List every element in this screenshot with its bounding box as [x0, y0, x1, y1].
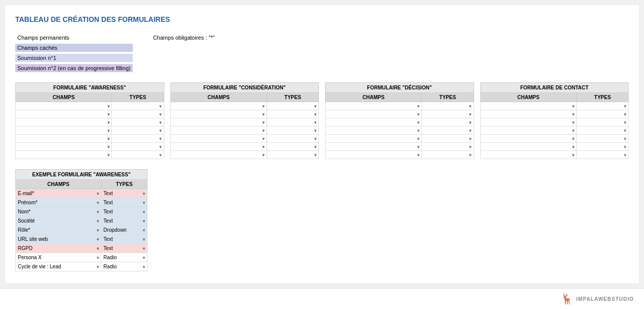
- awareness-table: FORMULAIRE "AWARENESS" CHAMPS TYPES ▼▼ ▼…: [15, 82, 164, 159]
- type-prenom: Text: [103, 200, 112, 205]
- decision-types-header: TYPES: [422, 93, 474, 102]
- table-row: ▼▼: [16, 127, 164, 135]
- type-email: Text: [103, 191, 112, 196]
- table-row: Nom* ▼ Text ▼: [16, 207, 148, 217]
- awareness-champs-header: CHAMPS: [16, 93, 112, 102]
- table-row: ▼▼: [326, 143, 474, 151]
- table-row: ▼▼: [326, 135, 474, 143]
- forms-grid: FORMULAIRE "AWARENESS" CHAMPS TYPES ▼▼ ▼…: [15, 82, 629, 159]
- table-row: ▼▼: [326, 110, 474, 118]
- table-row: ▼▼: [16, 135, 164, 143]
- table-row: ▼▼: [480, 135, 629, 143]
- table-row: ▼▼: [480, 118, 629, 127]
- table-row: ▼▼: [16, 110, 164, 118]
- champ-email: E-mail*: [18, 191, 34, 196]
- table-row: ▼▼: [480, 110, 629, 118]
- table-row: ▼▼: [16, 143, 164, 151]
- type-url: Text: [103, 236, 112, 242]
- form-decision: FORMULAIRE "DÉCISION" CHAMPS TYPES ▼▼ ▼▼…: [325, 82, 474, 159]
- example-types-header: TYPES: [101, 180, 148, 189]
- table-row: Prénom* ▼ Text ▼: [16, 198, 148, 207]
- champ-rgpd: RGPD: [18, 245, 33, 251]
- legend-hidden: Champs cachés: [15, 44, 133, 52]
- example-champs-header: CHAMPS: [16, 180, 101, 189]
- decision-table: FORMULAIRE "DÉCISION" CHAMPS TYPES ▼▼ ▼▼…: [325, 82, 474, 159]
- table-row: URL site web ▼ Text ▼: [16, 235, 148, 244]
- type-nom: Text: [103, 209, 112, 214]
- type-rgpd: Text: [103, 245, 112, 251]
- table-row: ▼▼: [170, 127, 319, 135]
- example-title: EXEMPLE FORMULAIRE "AWARENESS": [16, 170, 148, 180]
- table-row: ▼▼: [480, 151, 629, 159]
- deer-icon: 🦌: [561, 293, 573, 305]
- table-row: ▼▼: [170, 151, 319, 159]
- legend-right: Champs obligatoires : "*": [153, 34, 215, 72]
- awareness-types-header: TYPES: [112, 93, 164, 102]
- table-row: ▼▼: [170, 143, 319, 151]
- legend-submit1: Soumission n°1: [15, 54, 133, 62]
- champ-cycle: Cycle de vie : Lead: [18, 264, 61, 269]
- legend-section: Champs permanents Champs cachés Soumissi…: [15, 34, 629, 72]
- footer: 🦌 IMPALAWEBSTUDIO: [0, 288, 644, 309]
- main-container: TABLEAU DE CRÉATION DES FORMULAIRES Cham…: [5, 5, 639, 283]
- decision-title: FORMULAIRE "DÉCISION": [326, 83, 474, 93]
- example-section: EXEMPLE FORMULAIRE "AWARENESS" CHAMPS TY…: [15, 169, 629, 271]
- footer-logo: 🦌 IMPALAWEBSTUDIO: [561, 293, 634, 305]
- table-row: ▼▼: [170, 102, 319, 110]
- type-societe: Text: [103, 218, 112, 224]
- table-row: ▼▼: [480, 127, 629, 135]
- contact-champs-header: CHAMPS: [480, 93, 576, 102]
- legend-submit2: Soumission n°2 (en cas de progressive fi…: [15, 64, 133, 72]
- table-row: ▼▼: [170, 118, 319, 127]
- table-row: ▼▼: [326, 151, 474, 159]
- champ-prenom: Prénom*: [18, 200, 38, 205]
- table-row: E-mail* ▼ Text ▼: [16, 189, 148, 198]
- champ-role: Rôle*: [18, 227, 30, 233]
- table-row: Persona X ▼ Radio ▼: [16, 253, 148, 262]
- table-row: ▼▼: [326, 118, 474, 127]
- table-row: RGPD ▼ Text ▼: [16, 244, 148, 253]
- contact-types-header: TYPES: [576, 93, 628, 102]
- table-row: ▼▼: [480, 102, 629, 110]
- legend-permanent: Champs permanents: [15, 34, 133, 42]
- table-row: ▼▼: [326, 127, 474, 135]
- table-row: Société ▼ Text ▼: [16, 217, 148, 226]
- form-awareness: FORMULAIRE "AWARENESS" CHAMPS TYPES ▼▼ ▼…: [15, 82, 164, 159]
- table-row: ▼▼: [170, 110, 319, 118]
- table-row: Rôle* ▼ Dropdown ▼: [16, 226, 148, 235]
- contact-table: FORMULAIRE DE CONTACT CHAMPS TYPES ▼▼ ▼▼…: [480, 82, 629, 159]
- type-persona: Radio: [103, 255, 116, 260]
- legend-required: Champs obligatoires : "*": [153, 35, 215, 41]
- consideration-title: FORMULAIRE "CONSIDÉRATION": [170, 83, 319, 93]
- champ-nom: Nom*: [18, 209, 31, 214]
- footer-brand: IMPALAWEBSTUDIO: [576, 296, 634, 302]
- champ-societe: Société: [18, 218, 35, 224]
- table-row: ▼▼: [16, 118, 164, 127]
- table-row: ▼▼: [16, 102, 164, 110]
- table-row: Cycle de vie : Lead ▼ Radio ▼: [16, 262, 148, 271]
- consideration-table: FORMULAIRE "CONSIDÉRATION" CHAMPS TYPES …: [170, 82, 319, 159]
- form-contact: FORMULAIRE DE CONTACT CHAMPS TYPES ▼▼ ▼▼…: [480, 82, 629, 159]
- page-title: TABLEAU DE CRÉATION DES FORMULAIRES: [15, 15, 629, 23]
- table-row: ▼▼: [16, 151, 164, 159]
- table-row: ▼▼: [170, 135, 319, 143]
- champ-persona: Persona X: [18, 255, 42, 260]
- decision-champs-header: CHAMPS: [326, 93, 422, 102]
- type-cycle: Radio: [103, 264, 116, 269]
- legend-left: Champs permanents Champs cachés Soumissi…: [15, 34, 133, 72]
- contact-title: FORMULAIRE DE CONTACT: [480, 83, 629, 93]
- form-consideration: FORMULAIRE "CONSIDÉRATION" CHAMPS TYPES …: [170, 82, 319, 159]
- champ-url: URL site web: [18, 236, 48, 242]
- example-table: EXEMPLE FORMULAIRE "AWARENESS" CHAMPS TY…: [15, 169, 148, 271]
- type-role: Dropdown: [103, 227, 127, 233]
- consideration-champs-header: CHAMPS: [170, 93, 267, 102]
- consideration-types-header: TYPES: [267, 93, 318, 102]
- table-row: ▼▼: [480, 143, 629, 151]
- table-row: ▼▼: [326, 102, 474, 110]
- awareness-title: FORMULAIRE "AWARENESS": [16, 83, 164, 93]
